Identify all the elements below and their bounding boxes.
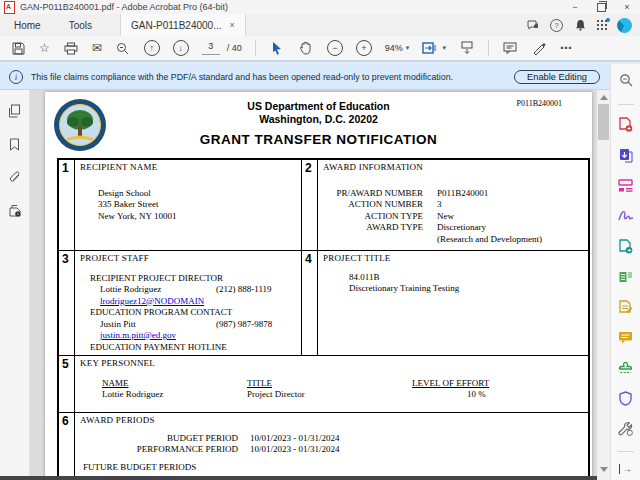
field-value: (Research and Development) [437,234,542,246]
pdf-page: P011B240001 US Department of Educat [45,92,592,478]
edit-pdf-icon[interactable] [617,178,635,193]
field-value: 3 [437,199,442,211]
notification-message: This file claims compliance with the PDF… [31,72,453,82]
staff-email-link[interactable]: lrodriguez12@NODOMAIN [80,296,296,308]
email-icon[interactable]: ✉ [92,40,102,56]
tab-document[interactable]: GAN-P011B24000... × [120,14,246,36]
export-pdf-icon[interactable] [617,148,635,163]
feedback-icon[interactable] [525,17,541,33]
vertical-scrollbar[interactable] [597,90,610,480]
standards-icon[interactable]: i [7,202,23,218]
doc-header: US Department of Education Washington, D… [45,100,592,126]
minimize-button[interactable]: − [562,0,588,14]
create-pdf-icon[interactable] [617,117,635,132]
kp-column-name: NAME [102,378,247,390]
scrollbar-thumb[interactable] [598,104,609,140]
field-value: P011B240001 [437,188,488,200]
future-budget-header: FUTURE BUDGET PERIODS [80,462,583,474]
window-title: GAN-P011B240001.pdf - Adobe Acrobat Pro … [20,2,228,12]
enable-editing-button[interactable]: Enable Editing [514,70,600,84]
section-recipient-name: 1 RECIPIENT NAME Design School 335 Baker… [59,160,302,250]
close-button[interactable]: × [614,0,640,14]
toolbar-divider [255,40,256,56]
tab-close-icon[interactable]: × [229,20,234,30]
section-header: AWARD PERIODS [80,415,583,427]
section-header: PROJECT TITLE [323,253,583,265]
field-label: ACTION TYPE [323,211,423,223]
staff-phone: (888) 336 - 8930 [216,353,277,355]
section-number: 2 [302,160,318,250]
grant-table: 1 RECIPIENT NAME Design School 335 Baker… [57,158,590,478]
kp-column-title: TITLE [247,378,359,390]
staff-name: G5 PAYEE HOTLINE [100,353,216,355]
apps-grid-icon[interactable] [597,20,608,31]
tab-home[interactable]: Home [0,14,55,36]
fill-sign-icon[interactable] [617,208,635,223]
account-avatar[interactable] [617,18,632,33]
doc-header-line1: US Department of Education [45,100,592,113]
title-bar: A GAN-P011B240001.pdf - Adobe Acrobat Pr… [0,0,640,14]
protect-shield-icon[interactable] [617,390,635,405]
field-label [323,234,423,246]
info-icon: i [9,70,23,84]
search-icon[interactable] [115,40,131,56]
more-tools-wrench-icon[interactable] [617,421,635,436]
staff-group-title: EDUCATION PROGRAM CONTACT [80,307,296,319]
scroll-up-icon[interactable] [600,95,608,100]
kp-value-effort: 10 % [359,389,583,401]
document-canvas[interactable]: P011B240001 US Department of Educat [30,90,597,480]
zoom-level-dropdown[interactable]: 94% ▾ [385,43,410,53]
section-header: KEY PERSONNEL [80,358,583,370]
page-number-input[interactable]: 3 [202,41,220,55]
period-value: 10/01/2023 - 01/31/2024 [250,433,340,445]
zoom-in-icon[interactable]: + [356,40,372,56]
section-header: AWARD INFORMATION [323,162,583,174]
section-number: 6 [59,413,75,478]
period-label: BUDGET PERIOD [80,433,238,445]
section-award-periods: 6 AWARD PERIODS BUDGET PERIOD10/01/2023 … [59,413,588,478]
fit-width-icon[interactable] [422,40,438,56]
project-title-line: 84.011B [349,272,583,284]
recipient-line: Design School [98,188,296,200]
search-panel-icon[interactable] [617,72,635,87]
staff-group-title: EDUCATION PAYMENT HOTLINE [80,342,296,354]
restore-icon [597,3,606,12]
zoom-out-icon[interactable]: − [327,40,343,56]
save-icon[interactable] [10,40,26,56]
highlighter-pen-icon[interactable] [531,40,547,56]
staff-email-link[interactable]: justin.m.pitt@ed.gov [80,330,296,342]
scroll-down-icon[interactable] [600,467,608,472]
section-key-personnel: 5 KEY PERSONNEL NAME TITLE LEVEL OF EFFO… [59,356,588,412]
tab-tools[interactable]: Tools [55,14,106,36]
share-file-icon[interactable] [617,239,635,254]
zoom-level-value: 94% [385,43,403,53]
help-icon[interactable]: ? [550,19,563,32]
period-value: 10/01/2023 - 01/31/2024 [250,444,340,456]
notifications-bell-icon[interactable] [572,17,588,33]
restore-button[interactable] [588,0,614,14]
print-icon[interactable] [63,40,79,56]
stamp-icon[interactable] [617,360,635,375]
section-number: 1 [59,160,75,250]
section-project-title: 4 PROJECT TITLE 84.011B Discretionary Tr… [302,251,588,355]
next-page-icon[interactable]: ↓ [173,40,189,56]
favorite-star-icon[interactable]: ☆ [39,40,50,56]
scan-ocr-icon[interactable] [617,269,635,284]
prepare-form-icon[interactable] [617,299,635,314]
recipient-line: 335 Baker Street [98,199,296,211]
bookmarks-icon[interactable] [7,136,23,152]
page-scrolling-icon[interactable] [459,40,475,56]
tools-rail: → [610,64,640,480]
fit-width-caret-icon[interactable]: ▾ [442,44,446,52]
collapse-panel-icon[interactable]: → [619,464,632,474]
staff-name: Lottie Rodriguez [100,284,216,296]
previous-page-icon[interactable]: ↑ [144,40,160,56]
comment-panel-icon[interactable] [617,330,635,345]
more-tools-ellipsis-icon[interactable]: ⋯ [560,40,572,56]
hand-tool-icon[interactable] [298,40,314,56]
select-tool-icon[interactable] [269,40,285,56]
page-total-label: / 40 [227,43,242,53]
attachments-icon[interactable] [7,169,23,185]
page-thumbnails-icon[interactable] [7,103,23,119]
comment-icon[interactable] [502,40,518,56]
